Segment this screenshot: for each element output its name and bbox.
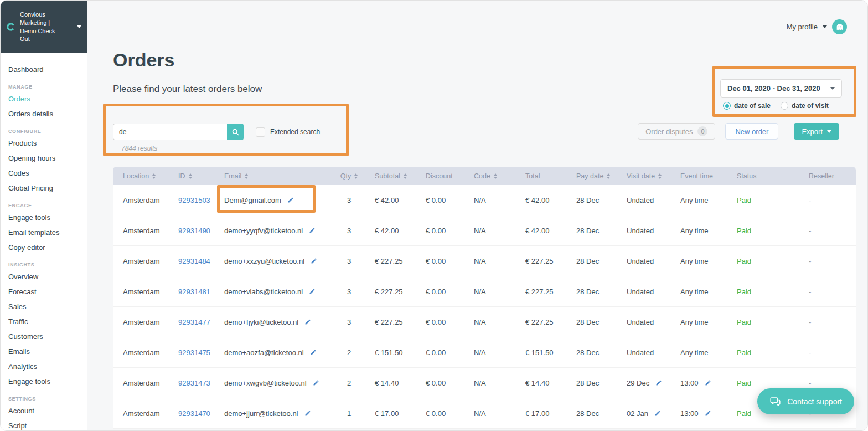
cell-event-time: Any time [670, 318, 727, 326]
date-of-sale-radio[interactable]: date of sale [723, 102, 771, 110]
edit-email-icon[interactable] [313, 379, 319, 386]
chevron-down-icon [827, 130, 831, 133]
edit-email-icon[interactable] [309, 227, 316, 234]
col-header-subtotal[interactable]: Subtotal [365, 172, 416, 180]
app-window: Convious Marketing | Demo Check-Out Dash… [0, 0, 868, 431]
sort-icon [404, 173, 407, 179]
sidebar-item-email-templates[interactable]: Email templates [1, 225, 87, 240]
workspace-switcher[interactable]: Convious Marketing | Demo Check-Out [1, 1, 87, 53]
col-header-email[interactable]: Email [214, 172, 333, 180]
sidebar-item-copy-editor[interactable]: Copy editor [1, 240, 87, 255]
edit-email-icon[interactable] [309, 288, 316, 295]
edit-event-time-icon[interactable] [705, 410, 711, 417]
edit-event-time-icon[interactable] [705, 379, 711, 386]
sidebar-item-analytics[interactable]: Analytics [1, 359, 87, 374]
cell-subtotal: € 227.25 [365, 318, 416, 326]
cell-status: Paid [727, 348, 799, 357]
order-id-link[interactable]: 92931490 [178, 227, 210, 235]
col-label: Subtotal [375, 172, 400, 180]
contact-support-button[interactable]: Contact support [757, 388, 854, 414]
order-id-link[interactable]: 92931470 [178, 409, 210, 418]
avatar[interactable] [832, 19, 847, 34]
order-id-link[interactable]: 92931477 [178, 318, 210, 326]
order-disputes-button[interactable]: Order disputes 0 [638, 123, 715, 140]
sidebar-item-traffic[interactable]: Traffic [1, 314, 87, 329]
visit-date-text: 02 Jan [627, 409, 648, 418]
cell-pay-date: 28 Dec [566, 318, 617, 326]
edit-visit-date-icon[interactable] [654, 410, 661, 417]
new-order-label: New order [735, 127, 768, 136]
new-order-button[interactable]: New order [725, 123, 778, 140]
search-button[interactable] [227, 124, 244, 140]
cell-subtotal: € 151.50 [365, 348, 416, 357]
search-input[interactable] [113, 124, 227, 140]
sidebar-item-overview[interactable]: Overview [1, 269, 87, 284]
cell-visit-date: Undated [617, 318, 670, 326]
cell-visit-date: Undated [617, 227, 670, 235]
edit-visit-date-icon[interactable] [655, 379, 662, 386]
cell-pay-date: 28 Dec [566, 348, 617, 357]
sidebar-item-sales[interactable]: Sales [1, 299, 87, 314]
sidebar-item-account[interactable]: Account [1, 403, 87, 418]
sidebar-item-script[interactable]: Script [1, 418, 87, 431]
col-header-visit-date[interactable]: Visit date [617, 172, 670, 180]
sidebar-section-engage: ENGAGE [1, 196, 87, 210]
col-header-location[interactable]: Location [113, 172, 168, 180]
cell-status: Paid [727, 196, 799, 204]
edit-email-icon[interactable] [304, 410, 311, 417]
sidebar-item-forecast[interactable]: Forecast [1, 284, 87, 299]
profile-menu[interactable]: My profile [787, 19, 847, 34]
edit-email-icon[interactable] [310, 349, 317, 356]
sidebar-item-customers[interactable]: Customers [1, 329, 87, 344]
cell-email-wrap: demo+viabs@ticketoo.nl [214, 288, 333, 296]
cell-status: Paid [727, 288, 799, 296]
sort-icon [607, 173, 610, 179]
order-id-link[interactable]: 92931473 [178, 379, 210, 387]
sidebar-item-engage-tools[interactable]: Engage tools [1, 210, 87, 225]
cell-discount: € 0.00 [416, 196, 464, 204]
cell-total: € 42.00 [515, 196, 566, 204]
cell-email-wrap: demo+yyqfv@ticketoo.nl [214, 227, 333, 235]
date-of-visit-radio[interactable]: date of visit [781, 102, 829, 110]
sidebar-item-orders[interactable]: Orders [1, 91, 87, 106]
cell-code: N/A [464, 196, 515, 204]
cell-pay-date: 28 Dec [566, 257, 617, 265]
sidebar-item-engage-tools-2[interactable]: Engage tools [1, 374, 87, 389]
event-time-text: Any time [680, 288, 709, 296]
cell-code: N/A [464, 348, 515, 357]
col-header-id[interactable]: ID [168, 172, 214, 180]
sidebar-item-emails[interactable]: Emails [1, 344, 87, 359]
convious-logo-icon [6, 22, 16, 32]
cell-total: € 14.40 [515, 379, 566, 387]
cell-location: Amsterdam [113, 227, 168, 235]
edit-email-icon[interactable] [304, 319, 311, 325]
cell-email-wrap: Demi@gmail.com [214, 196, 333, 204]
order-id-link[interactable]: 92931484 [178, 257, 210, 265]
cell-email: demo+fjyki@ticketoo.nl [224, 318, 298, 326]
col-label: Reseller [809, 172, 834, 180]
col-label: Code [474, 172, 490, 180]
edit-email-icon[interactable] [311, 258, 317, 264]
sidebar-item-opening-hours[interactable]: Opening hours [1, 151, 87, 166]
order-id-link[interactable]: 92931503 [178, 196, 210, 204]
col-header-code[interactable]: Code [464, 172, 515, 180]
cell-qty: 3 [333, 227, 365, 235]
cell-email: demo+yyqfv@ticketoo.nl [224, 227, 303, 235]
cell-subtotal: € 14.40 [365, 379, 416, 387]
order-id-link[interactable]: 92931475 [178, 348, 210, 357]
sort-icon [189, 173, 192, 179]
sidebar-item-global-pricing[interactable]: Global Pricing [1, 181, 87, 196]
date-range-select[interactable]: Dec 01, 2020 - Dec 31, 2020 [720, 79, 842, 98]
col-header-qty[interactable]: Qty [333, 172, 365, 180]
sidebar-item-codes[interactable]: Codes [1, 166, 87, 181]
col-header-status: Status [727, 172, 799, 180]
col-header-pay-date[interactable]: Pay date [566, 172, 617, 180]
extended-search-checkbox[interactable] [256, 127, 265, 137]
sidebar-item-orders-details[interactable]: Orders details [1, 106, 87, 121]
edit-email-icon[interactable] [287, 197, 294, 203]
order-id-link[interactable]: 92931481 [178, 288, 210, 296]
cell-event-time: Any time [670, 257, 727, 265]
sidebar-item-products[interactable]: Products [1, 136, 87, 151]
sidebar-item-dashboard[interactable]: Dashboard [1, 62, 87, 77]
export-button[interactable]: Export [794, 123, 839, 140]
